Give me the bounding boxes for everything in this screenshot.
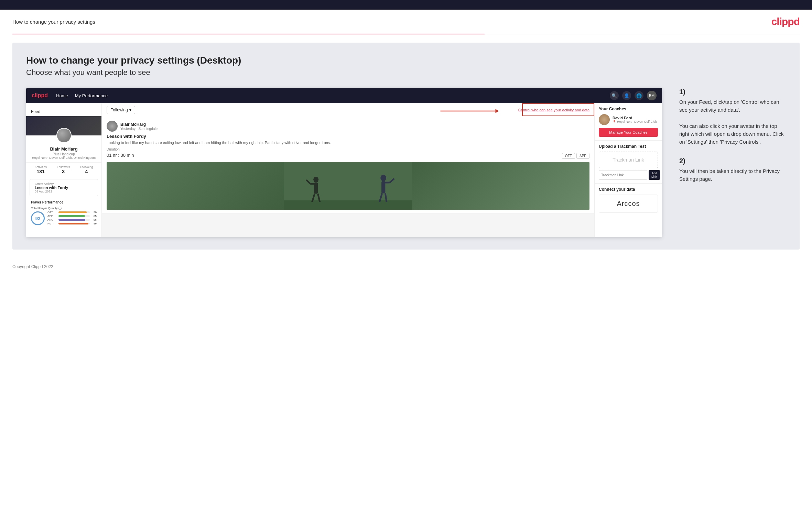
left-panel: Feed Blair McHarg Plus Handicap Royal No…: [26, 103, 102, 237]
trackman-placeholder: Trackman Link: [613, 157, 644, 163]
coach-avatar: [599, 114, 610, 125]
nav-link-home[interactable]: Home: [56, 93, 68, 98]
feed-tab[interactable]: Feed: [26, 107, 101, 116]
coaches-section-title: Your Coaches: [599, 107, 658, 111]
pp-bar-putt-fill: [58, 223, 88, 224]
pp-content: 92 OTT 90 APP: [31, 211, 97, 226]
post-header: Blair McHarg Yesterday · Sunningdale: [107, 121, 589, 132]
following-chevron-icon: ▾: [129, 108, 131, 112]
pp-bar-ott-fill: [58, 211, 87, 213]
pp-bar-putt-val: 96: [91, 222, 97, 225]
stat-activities: Activities 131: [34, 165, 47, 174]
manage-coaches-button[interactable]: Manage Your Coaches: [599, 128, 658, 137]
app-nav-logo: clippd: [32, 92, 48, 99]
pp-label: Player Performance: [31, 200, 97, 204]
pp-bar-putt-label: PUTT: [47, 222, 57, 225]
pp-bar-putt-track: [58, 223, 90, 224]
pp-score-circle: 92: [31, 211, 45, 225]
pp-bar-ott-val: 90: [91, 211, 97, 214]
header-page-title: How to change your privacy settings: [12, 19, 95, 25]
svg-point-8: [380, 175, 386, 181]
coach-info: David Ford 📍 Royal North Devon Golf Club: [613, 116, 657, 123]
pp-bar-app: APP 85: [47, 214, 97, 218]
pp-quality-label: Total Player Quality ⓘ: [31, 206, 97, 211]
control-privacy-link[interactable]: Control who can see your activity and da…: [518, 108, 589, 112]
pp-bar-arg-track: [58, 219, 90, 221]
trackman-box: Trackman Link: [599, 152, 658, 168]
stat-followers-label: Followers: [57, 165, 70, 169]
post-tag-app: APP: [576, 153, 589, 159]
coach-club-row: 📍 Royal North Devon Golf Club: [613, 120, 657, 123]
player-perf-box: Player Performance Total Player Quality …: [26, 198, 101, 228]
content-layout: clippd Home My Performance 🔍 👤 🌐 BM Feed: [26, 88, 786, 237]
user-icon[interactable]: 👤: [622, 91, 631, 100]
screenshot-mockup: clippd Home My Performance 🔍 👤 🌐 BM Feed: [26, 88, 662, 237]
pp-bar-app-label: APP: [47, 214, 57, 218]
post-title: Lesson with Fordy: [107, 134, 589, 139]
header-divider: [12, 34, 800, 34]
coach-row: David Ford 📍 Royal North Devon Golf Club: [599, 114, 658, 125]
pp-bar-ott-track: [58, 211, 90, 213]
pp-bar-arg-label: ARG: [47, 218, 57, 221]
post-duration-label: Duration: [107, 147, 589, 151]
upload-section: Upload a Trackman Test Trackman Link Add…: [595, 141, 662, 184]
la-title: Lesson with Fordy: [35, 186, 93, 190]
right-panel: Your Coaches David Ford 📍 Royal North De…: [595, 103, 662, 237]
user-avatar[interactable]: BM: [647, 91, 657, 100]
post-author-info: Blair McHarg Yesterday · Sunningdale: [120, 122, 158, 131]
location-icon: 📍: [613, 120, 616, 123]
instruction-2-num: 2): [679, 157, 786, 165]
profile-avatar-inner: [57, 129, 71, 142]
upload-section-title: Upload a Trackman Test: [599, 144, 658, 149]
instruction-2: 2) You will then be taken directly to th…: [679, 157, 786, 183]
profile-banner: [26, 116, 101, 135]
la-label: Latest Activity: [35, 182, 93, 186]
nav-link-my-performance[interactable]: My Performance: [75, 93, 108, 98]
connect-section-title: Connect your data: [599, 187, 658, 192]
instruction-1-text: On your Feed, click/tap on 'Control who …: [679, 98, 786, 146]
clippd-logo: clippd: [771, 16, 800, 27]
coach-club: Royal North Devon Golf Club: [617, 120, 657, 123]
pp-bar-arg-fill: [58, 219, 85, 221]
post-image-svg: [107, 162, 589, 210]
pp-bar-arg: ARG 86: [47, 218, 97, 221]
pp-bar-app-val: 85: [91, 214, 97, 218]
search-icon[interactable]: 🔍: [610, 91, 619, 100]
arccos-label: Arccos: [617, 200, 640, 207]
arccos-box: Arccos: [599, 195, 658, 213]
mid-panel: Following ▾ Control who can see your act…: [102, 103, 595, 237]
coach-name: David Ford: [613, 116, 657, 120]
app-body: Feed Blair McHarg Plus Handicap Royal No…: [26, 103, 662, 237]
app-nav-links: Home My Performance: [56, 93, 610, 98]
trackman-input[interactable]: [599, 170, 647, 180]
feed-header: Following ▾ Control who can see your act…: [102, 103, 594, 117]
post-tag-ott: OTT: [562, 153, 575, 159]
pp-bar-ott-label: OTT: [47, 211, 57, 214]
connect-section: Connect your data Arccos: [595, 184, 662, 216]
pp-bar-putt: PUTT 96: [47, 222, 97, 225]
add-link-button[interactable]: Add Link: [649, 170, 660, 180]
globe-icon[interactable]: 🌐: [635, 91, 643, 100]
page-subheading: Choose what you want people to see: [26, 68, 786, 77]
pp-bar-ott: OTT 90: [47, 211, 97, 214]
profile-subtitle: Plus Handicap: [26, 152, 101, 156]
post-duration-row: 01 hr : 30 min OTT APP: [107, 153, 589, 159]
instruction-2-text: You will then be taken directly to the P…: [679, 167, 786, 183]
stat-following: Following 4: [80, 165, 93, 174]
post-meta: Yesterday · Sunningdale: [120, 127, 158, 131]
la-date: 03 Aug 2022: [35, 190, 93, 193]
post-desc: Looking to feel like my hands are exitin…: [107, 140, 589, 145]
top-bar: [0, 0, 812, 10]
feed-post: Blair McHarg Yesterday · Sunningdale Les…: [102, 117, 594, 214]
feed-header-wrapper: Following ▾ Control who can see your act…: [102, 103, 594, 117]
footer: Copyright Clippd 2022: [0, 258, 812, 275]
following-button[interactable]: Following ▾: [107, 106, 135, 114]
stat-activities-val: 131: [34, 169, 47, 174]
post-duration-val: 01 hr : 30 min: [107, 153, 134, 158]
stat-following-val: 4: [80, 169, 93, 174]
app-nav-icons: 🔍 👤 🌐 BM: [610, 91, 657, 100]
stat-followers: Followers 3: [57, 165, 70, 174]
svg-rect-10: [385, 182, 390, 184]
trackman-input-row: Add Link: [599, 170, 658, 180]
main-content: How to change your privacy settings (Des…: [12, 43, 800, 250]
